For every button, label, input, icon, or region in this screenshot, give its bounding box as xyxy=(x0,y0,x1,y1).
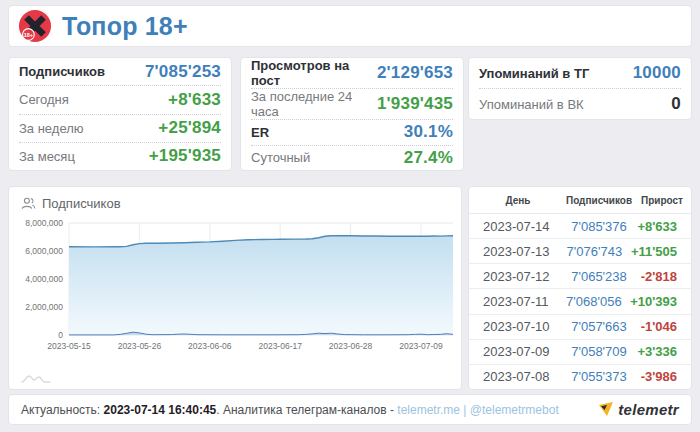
stat-value: +8'633 xyxy=(168,90,221,110)
chart-header: Подписчиков xyxy=(9,187,461,213)
table-cell-date: 2023-07-09 xyxy=(469,344,561,359)
avatar-age-badge: 18+ xyxy=(24,32,33,38)
channel-header: 18+ Топор 18+ xyxy=(8,5,692,47)
stat-row: За месяц+195'935 xyxy=(19,143,221,170)
svg-text:0: 0 xyxy=(58,330,63,340)
channel-avatar-icon: 18+ xyxy=(18,9,52,43)
table-cell-growth: -3'986 xyxy=(637,369,691,384)
footer-separator: | xyxy=(460,403,470,417)
stat-label: Упоминаний в ВК xyxy=(479,97,584,112)
subscribers-area-chart: 2023-05-152023-05-262023-06-062023-06-17… xyxy=(11,213,459,363)
stat-label: Сегодня xyxy=(19,92,69,107)
table-cell-growth: -2'818 xyxy=(637,269,691,284)
table-cell-date: 2023-07-12 xyxy=(469,269,561,284)
table-header-growth: Прирост xyxy=(637,195,691,206)
stat-value: 27.4% xyxy=(404,148,453,168)
table-body: 2023-07-147'085'376+8'6332023-07-137'076… xyxy=(469,214,691,389)
table-row: 2023-07-127'065'238-2'818 xyxy=(469,264,691,289)
stat-label: Подписчиков xyxy=(19,64,105,79)
stat-value: 2'129'653 xyxy=(377,63,453,83)
table-header-subscribers: Подписчиков xyxy=(561,195,637,206)
svg-text:2023-05-15: 2023-05-15 xyxy=(47,341,91,351)
table-cell-growth: +3'336 xyxy=(637,344,691,359)
table-cell-growth: +11'505 xyxy=(631,244,691,259)
stat-label: Суточный xyxy=(251,150,310,165)
svg-text:2,000,000: 2,000,000 xyxy=(25,302,63,312)
stat-row: Суточный27.4% xyxy=(251,146,453,171)
stat-row: Сегодня+8'633 xyxy=(19,86,221,114)
table-cell-date: 2023-07-11 xyxy=(469,294,558,309)
svg-text:8,000,000: 8,000,000 xyxy=(25,218,63,228)
svg-text:6,000,000: 6,000,000 xyxy=(25,246,63,256)
stat-value: 10000 xyxy=(633,63,681,83)
subscribers-card: Подписчиков7'085'253Сегодня+8'633За неде… xyxy=(8,57,232,171)
svg-text:2023-06-17: 2023-06-17 xyxy=(258,341,302,351)
stat-row: Упоминаний в ВК0 xyxy=(479,89,681,119)
stat-value: +195'935 xyxy=(149,146,221,166)
telemetr-icon xyxy=(599,402,614,417)
telemetr-logo: telemetr xyxy=(599,401,679,418)
table-header-day: День xyxy=(469,195,561,206)
svg-text:4,000,000: 4,000,000 xyxy=(25,274,63,284)
svg-text:2023-07-09: 2023-07-09 xyxy=(399,341,443,351)
table-cell-subscribers: 7'055'373 xyxy=(561,369,637,384)
svg-text:2023-06-06: 2023-06-06 xyxy=(188,341,232,351)
subscribers-chart-card: Подписчиков 2023-05-152023-05-262023-06-… xyxy=(8,186,462,390)
actuality-label: Актуальность: xyxy=(21,403,104,417)
table-cell-subscribers: 7'065'238 xyxy=(561,269,637,284)
stat-label: За последние 24 часа xyxy=(251,89,377,119)
table-cell-growth: +8'633 xyxy=(637,219,691,234)
table-row: 2023-07-147'085'376+8'633 xyxy=(469,214,691,239)
table-cell-date: 2023-07-13 xyxy=(469,244,558,259)
table-cell-subscribers: 7'058'709 xyxy=(561,344,637,359)
stat-label: Просмотров на пост xyxy=(251,58,377,88)
table-row: 2023-07-137'076'743+11'505 xyxy=(469,239,691,264)
views-card: Просмотров на пост2'129'653За последние … xyxy=(240,57,464,171)
table-cell-subscribers: 7'076'743 xyxy=(558,244,631,259)
table-cell-subscribers: 7'057'663 xyxy=(561,319,637,334)
stat-value: 0 xyxy=(671,94,681,114)
stat-row: ER30.1% xyxy=(251,120,453,146)
stat-label: Упоминаний в ТГ xyxy=(479,66,589,81)
stat-label: За месяц xyxy=(19,149,75,164)
svg-text:2023-05-26: 2023-05-26 xyxy=(118,341,162,351)
table-cell-subscribers: 7'068'056 xyxy=(558,294,631,309)
stat-row: Просмотров на пост2'129'653 xyxy=(251,58,453,89)
stat-row: За неделю+25'894 xyxy=(19,115,221,143)
stat-row: Упоминаний в ТГ10000 xyxy=(479,58,681,89)
table-row: 2023-07-087'055'373-3'986 xyxy=(469,365,691,389)
telemetr-site-link[interactable]: telemetr.me xyxy=(397,403,460,417)
table-cell-growth: +10'393 xyxy=(630,294,691,309)
table-cell-date: 2023-07-14 xyxy=(469,219,561,234)
channel-title: Топор 18+ xyxy=(62,12,188,41)
stat-value: +25'894 xyxy=(158,118,221,138)
stat-value: 7'085'253 xyxy=(145,62,221,82)
actuality-timestamp: 2023-07-14 16:40:45 xyxy=(104,403,217,417)
footer: Актуальность: 2023-07-14 16:40:45. Анали… xyxy=(8,394,692,425)
stat-value: 30.1% xyxy=(404,122,453,142)
table-header-row: День Подписчиков Прирост xyxy=(469,187,691,214)
stat-row: Подписчиков7'085'253 xyxy=(19,58,221,86)
svg-text:2023-06-28: 2023-06-28 xyxy=(329,341,373,351)
table-row: 2023-07-117'068'056+10'393 xyxy=(469,289,691,314)
table-row: 2023-07-097'058'709+3'336 xyxy=(469,340,691,365)
daily-stats-table: День Подписчиков Прирост 2023-07-147'085… xyxy=(468,186,692,390)
chart-title: Подписчиков xyxy=(42,196,121,211)
table-cell-subscribers: 7'085'376 xyxy=(561,219,637,234)
telemetr-brand-name: telemetr xyxy=(618,401,679,418)
table-row: 2023-07-107'057'663-1'046 xyxy=(469,315,691,340)
footer-text: Актуальность: 2023-07-14 16:40:45. Анали… xyxy=(21,403,559,417)
telemetr-bot-link[interactable]: @telemetrmebot xyxy=(470,403,559,417)
users-icon xyxy=(21,196,36,211)
table-cell-date: 2023-07-10 xyxy=(469,319,561,334)
stat-label: ER xyxy=(251,125,269,140)
channel-avatar: 18+ xyxy=(18,9,52,43)
stat-value: 1'939'435 xyxy=(377,94,453,114)
mentions-card: Упоминаний в ТГ10000Упоминаний в ВК0 xyxy=(468,57,692,120)
stat-label: За неделю xyxy=(19,121,84,136)
table-cell-growth: -1'046 xyxy=(637,319,691,334)
footer-middle-text: . Аналитика телеграм-каналов - xyxy=(216,403,397,417)
stat-row: За последние 24 часа1'939'435 xyxy=(251,89,453,120)
sparkline-icon[interactable] xyxy=(21,373,51,384)
table-cell-date: 2023-07-08 xyxy=(469,369,561,384)
